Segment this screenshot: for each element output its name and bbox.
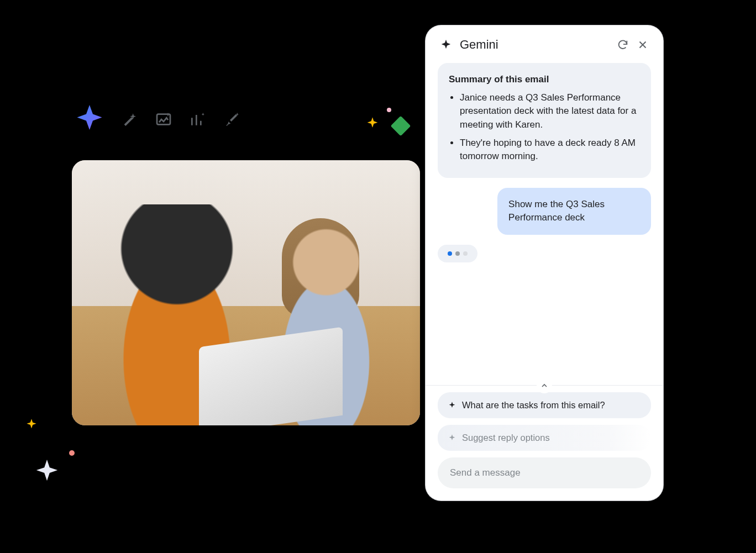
conversation-body: Summary of this email Janice needs a Q3 … [426, 60, 663, 385]
brush-sparkle-icon [223, 110, 241, 128]
deco-dot [69, 450, 75, 456]
magic-wand-icon [120, 110, 138, 128]
typing-indicator [438, 245, 477, 262]
deco-diamond [391, 116, 411, 136]
ai-bullet: They're hoping to have a deck ready 8 AM… [460, 136, 640, 164]
suggestion-label: Suggest reply options [462, 433, 550, 443]
ai-message: Summary of this email Janice needs a Q3 … [438, 63, 651, 178]
ai-bullet: Janice needs a Q3 Sales Performance pres… [460, 91, 640, 132]
image-sparkle-icon [155, 110, 172, 128]
gemini-sparkle-icon [440, 39, 452, 51]
suggestion-chip[interactable]: Suggest reply options [438, 425, 651, 451]
input-placeholder: Send a message [450, 467, 521, 478]
sparkle-yellow-icon [365, 116, 380, 131]
ai-message-title: Summary of this email [449, 73, 640, 87]
chart-sparkle-icon [189, 110, 207, 128]
panel-bottom: What are the tasks from this email? Sugg… [426, 385, 663, 501]
message-input[interactable]: Send a message [438, 457, 651, 488]
panel-title: Gemini [460, 38, 609, 52]
sparkle-white-icon [34, 459, 60, 484]
sparkle-icon [448, 401, 456, 410]
user-message: Show me the Q3 Sales Performance deck [497, 188, 651, 235]
suggestion-chip[interactable]: What are the tasks from this email? [438, 392, 651, 418]
toolbar-icon-row [120, 110, 241, 128]
close-button[interactable] [637, 39, 649, 51]
panel-header: Gemini [426, 25, 663, 60]
refresh-button[interactable] [617, 39, 629, 51]
gemini-panel: Gemini Summary of this email Janice need… [426, 25, 663, 501]
deco-dot [387, 108, 391, 112]
sparkle-icon [448, 434, 456, 443]
suggestion-label: What are the tasks from this email? [462, 400, 605, 410]
expand-suggestions-button[interactable] [537, 378, 552, 393]
hero-photo [72, 160, 420, 425]
sparkle-yellow-icon [24, 418, 39, 432]
sparkle-gradient-icon [73, 102, 106, 135]
